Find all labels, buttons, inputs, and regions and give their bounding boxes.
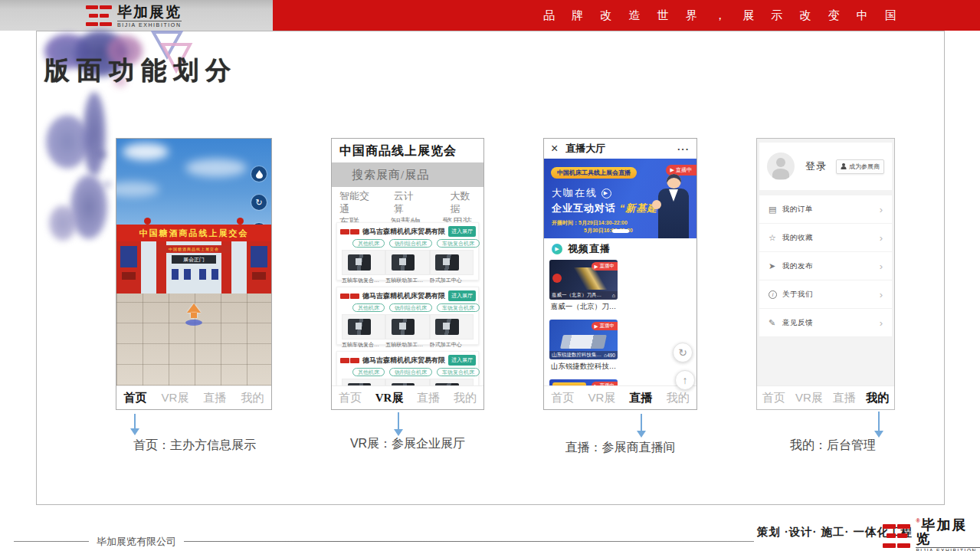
tab-mine[interactable]: 我的 — [454, 391, 477, 405]
tab-home[interactable]: 首页 — [762, 391, 785, 405]
tab-vr[interactable]: VR展 — [795, 391, 823, 405]
more-icon[interactable]: ··· — [677, 143, 690, 155]
caption-vr: VR展：参展企业展厅 — [329, 436, 486, 452]
become-exhibitor-button[interactable]: 成为参展商 — [836, 159, 884, 174]
chevron-right-icon: › — [880, 232, 883, 244]
product-item[interactable]: 卧式加工中心 — [430, 314, 474, 349]
enter-hall-button[interactable]: 进入展厅 — [448, 355, 476, 366]
menu-item-about[interactable]: i 关于我们 › — [759, 280, 892, 309]
product-image — [430, 314, 474, 339]
live-banner[interactable]: 中国机床工具线上展会直播 ▶直播中 大咖在线▶ 企业互动对话 “新基建” 开播时… — [544, 159, 696, 238]
carousel-indicator — [612, 229, 629, 233]
search-input[interactable]: 搜索展商/展品 — [332, 162, 483, 187]
menu-item-orders[interactable]: ▤ 我的订单 › — [759, 195, 892, 224]
walk-forward-arrow-stem — [191, 313, 197, 318]
tab-live[interactable]: 直播 — [417, 391, 440, 405]
close-icon[interactable]: × — [551, 143, 558, 155]
product-tag: 铣削组合机床 — [389, 303, 432, 312]
product-item[interactable]: 卧式加工中心 — [430, 379, 474, 385]
product-tag: 其他机床 — [352, 368, 385, 376]
back-to-top-button[interactable]: ↑ — [675, 370, 695, 390]
pointer-arrow — [878, 412, 880, 431]
tab-mine[interactable]: 我的 — [667, 391, 690, 405]
tab-live[interactable]: 直播 — [203, 391, 226, 405]
live-hall-header: × 直播大厅 ··· — [544, 139, 696, 159]
product-item[interactable]: 卧式加工中心 — [430, 250, 474, 284]
live-card[interactable]: ▶直播中 嘉威一（北京）刀具…⌂ 嘉威一（北京）刀… — [549, 260, 618, 312]
logo-subtitle: BIJIA EXHIBITION — [916, 547, 980, 551]
tab-live[interactable]: 直播 — [630, 391, 653, 405]
banner-schedule1: 开播时间：5月29日14:30-22:00 — [552, 219, 628, 227]
product-item[interactable]: 五轴联动加工… — [385, 379, 429, 385]
view-count: 490 — [607, 353, 615, 358]
logo-name: 毕加展览 — [117, 5, 182, 19]
exhibitor-name: 德马吉森精机机床贸易有限 — [362, 227, 445, 237]
exhibitor-logo-icon — [340, 229, 359, 235]
pointer-arrow — [134, 414, 136, 429]
tab-live[interactable]: 直播 — [833, 391, 856, 405]
exhibitor-card[interactable]: 德马吉森精机机床贸易有限 进入展厅 其他机床 铣削组合机床 车铣复合机床 五轴车… — [336, 351, 479, 385]
live-card[interactable]: 大咖在线 企业互动对话 ▶直播中 金诺云展⌂ 金诺云展在线直播 — [549, 379, 618, 385]
profile-menu: ▤ 我的订单 › ☆ 我的收藏 › ➤ 我的发布 › i 关于我们 › ✎ 意见 — [759, 195, 892, 337]
walk-forward-arrow-icon[interactable] — [187, 303, 201, 313]
category-item[interactable]: 大数据 — [450, 189, 476, 215]
enter-hall-button[interactable]: 进入展厅 — [448, 226, 476, 237]
exhibitor-card[interactable]: 德马吉森精机机床贸易有限 进入展厅 其他机床 铣削组合机床 车铣复合机床 五轴车… — [336, 222, 479, 280]
person-icon — [841, 163, 847, 169]
product-tag: 车铣复合机床 — [437, 303, 480, 312]
product-item[interactable]: 五轴车铣复合… — [342, 379, 385, 385]
footer-bijia-logo: ®毕加展览 BIJIA EXHIBITION — [883, 518, 980, 551]
refresh-icon: ↻ — [678, 346, 687, 359]
tab-vr[interactable]: VR展 — [162, 391, 189, 405]
gate-pillar-left — [116, 241, 141, 294]
live-badge: ▶直播中 — [592, 322, 618, 330]
phone-mine-screenshot: 登录 成为参展商 ▤ 我的订单 › ☆ 我的收藏 › ➤ 我的发布 › — [756, 138, 895, 410]
gate-banner-text: 中国糖酒商品线上展交会 — [116, 225, 271, 241]
refresh-fab-button[interactable]: ↻ — [673, 343, 693, 362]
product-tag: 其他机床 — [352, 239, 385, 248]
live-card[interactable]: ▶直播中 山东锐捷数控科技集…⌂490 山东锐捷数控科技… — [549, 320, 618, 372]
tab-mine[interactable]: 我的 — [241, 391, 264, 405]
logo-subtitle: BIJIA EXHIBITION — [117, 21, 182, 28]
publish-icon: ➤ — [769, 261, 782, 271]
menu-item-posts[interactable]: ➤ 我的发布 › — [759, 252, 892, 280]
tab-home[interactable]: 首页 — [339, 391, 362, 405]
video-section-icon: ▶ — [552, 244, 562, 254]
tab-vr[interactable]: VR展 — [375, 391, 404, 405]
product-image — [342, 379, 385, 385]
product-image — [430, 379, 474, 385]
pointer-arrow — [641, 414, 642, 431]
banner-line2: 企业互动对话 “新基建” — [552, 202, 664, 215]
play-circle-icon[interactable]: ▶ — [601, 189, 611, 198]
product-item[interactable]: 五轴联动加工… — [385, 314, 429, 349]
droplet-button[interactable] — [251, 166, 267, 182]
bijia-logo: 毕加展览 BIJIA EXHIBITION — [86, 4, 182, 28]
product-image — [385, 314, 429, 339]
logo-name: 毕加展览 — [916, 517, 967, 546]
tab-home[interactable]: 首页 — [551, 391, 574, 405]
registered-mark: ® — [916, 518, 921, 523]
menu-item-favorites[interactable]: ☆ 我的收藏 › — [759, 224, 892, 252]
video-live-section-header: ▶ 视频直播 — [544, 238, 696, 259]
tab-mine[interactable]: 我的 — [866, 391, 889, 405]
product-item[interactable]: 五轴联动加工… — [385, 250, 429, 284]
product-item[interactable]: 五轴车铣复合… — [342, 250, 385, 284]
category-item[interactable]: 云计算 — [394, 189, 420, 215]
login-label[interactable]: 登录 — [805, 159, 827, 173]
exhibitor-card[interactable]: 德马吉森精机机床贸易有限 进入展厅 其他机床 铣削组合机床 车铣复合机床 五轴车… — [336, 287, 479, 345]
enter-hall-button[interactable]: 进入展厅 — [448, 290, 476, 301]
tab-bar: 首页 VR展 直播 我的 — [332, 385, 483, 409]
gate-pillar-right — [247, 241, 271, 294]
tab-vr[interactable]: VR展 — [588, 391, 615, 405]
cartoon-host-illustration — [652, 174, 692, 238]
live-card-caption: 山东锐捷数控科技… — [549, 362, 618, 372]
tab-home[interactable]: 首页 — [124, 391, 147, 405]
product-item[interactable]: 五轴车铣复合… — [342, 314, 385, 349]
menu-item-feedback[interactable]: ✎ 意见反馈 › — [759, 309, 892, 337]
live-thumbnail: ▶直播中 嘉威一（北京）刀具…⌂ — [549, 260, 618, 300]
rotate-button[interactable]: ↻ — [251, 195, 267, 210]
chevron-right-icon: › — [880, 261, 883, 272]
page-title: 版面功能划分 — [44, 54, 238, 88]
product-image — [385, 250, 429, 275]
category-item[interactable]: 智能交通 — [339, 189, 374, 215]
